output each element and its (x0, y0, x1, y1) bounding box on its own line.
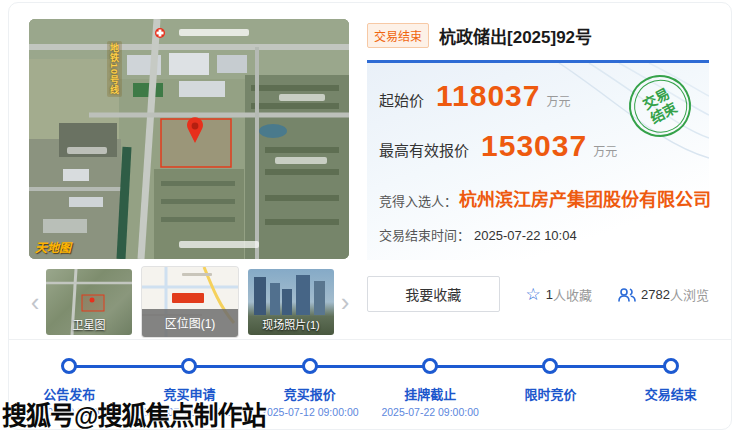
deal-closed-stamp-text: 交易 结束 (640, 85, 680, 127)
page-title: 杭政储出[2025]92号 (439, 23, 592, 48)
prev-arrow-icon[interactable]: ‹ (29, 289, 41, 315)
timeline-step-bidding: 竞买报价 2025-07-12 09:00:00 (250, 358, 370, 429)
price-info-card: 起始价 118037 万元 最高有效报价 153037 万元 交易 结束 (367, 60, 709, 260)
timeline-node-icon (542, 358, 558, 374)
metro-line-label: 地铁10号线 (107, 41, 122, 97)
start-price-label: 起始价 (379, 89, 424, 110)
favorite-button[interactable]: 我要收藏 (367, 276, 500, 312)
highest-bid-label: 最高有效报价 (379, 139, 469, 160)
map-column: 地铁10号线 天地图 ‹ 卫星图 (29, 19, 351, 341)
watermark: 搜狐号@搜狐焦点制作站 (2, 394, 265, 432)
favorites-count: 1 (546, 287, 553, 302)
top-section: 地铁10号线 天地图 ‹ 卫星图 (9, 3, 731, 341)
winner-label: 竞得入选人： (379, 191, 457, 210)
highest-bid-unit: 万元 (593, 142, 617, 159)
views-stat: 2782 人浏览 (618, 285, 709, 304)
favorites-stat[interactable]: ☆ 1 人收藏 (526, 285, 593, 304)
timeline-step-timed-auction: 限时竞价 (490, 358, 610, 429)
timeline-step-listing-deadline: 挂牌截止 2025-07-22 09:00:00 (370, 358, 490, 429)
start-price-value: 118037 (436, 81, 540, 111)
satellite-map-image (29, 19, 349, 259)
timeline-node-icon (181, 358, 197, 374)
next-arrow-icon[interactable]: › (339, 289, 351, 315)
highest-bid-row: 最高有效报价 153037 万元 (379, 131, 695, 161)
detail-column: 交易结束 杭政储出[2025]92号 起始价 118037 万元 (351, 19, 731, 341)
timeline-node-icon (61, 358, 77, 374)
thumbnail-site-photo[interactable]: 现场照片(1) (248, 269, 334, 335)
end-time-row: 交易结束时间：2025-07-22 10:04 (379, 225, 695, 244)
timeline-node-icon (302, 358, 318, 374)
viewers-icon (618, 287, 636, 302)
timeline-step-deal-closed: 交易结束 (611, 358, 731, 429)
status-badge: 交易结束 (367, 23, 429, 48)
title-row: 交易结束 杭政储出[2025]92号 (367, 23, 709, 48)
winner-row: 竞得入选人： 杭州滨江房产集团股份有限公司 (379, 185, 695, 211)
actions-row: 我要收藏 ☆ 1 人收藏 (367, 276, 709, 312)
map-provider-logo: 天地图 (35, 238, 71, 255)
favorites-suffix: 人收藏 (553, 285, 592, 304)
timeline-node-icon (422, 358, 438, 374)
start-price-unit: 万元 (546, 92, 570, 109)
end-time-label: 交易结束时间： (379, 228, 470, 243)
views-suffix: 人浏览 (670, 285, 709, 304)
thumbnail-strip: ‹ 卫星图 (29, 267, 351, 337)
winner-value: 杭州滨江房产集团股份有限公司 (459, 185, 711, 211)
views-count: 2782 (641, 287, 670, 302)
thumbnail-location-map-label: 区位图(1) (142, 309, 238, 337)
highest-bid-value: 153037 (481, 131, 587, 161)
thumbnail-site-photo-label: 现场照片(1) (248, 314, 334, 335)
thumbnail-satellite[interactable]: 卫星图 (46, 269, 132, 335)
content-card: 地铁10号线 天地图 ‹ 卫星图 (8, 2, 732, 430)
land-auction-page: 地铁10号线 天地图 ‹ 卫星图 (0, 0, 740, 434)
star-icon: ☆ (526, 286, 541, 303)
thumbnail-location-map[interactable]: 区位图(1) (142, 267, 238, 337)
timeline-node-icon (663, 358, 679, 374)
thumbnail-satellite-label: 卫星图 (46, 314, 132, 335)
end-time-value: 2025-07-22 10:04 (474, 228, 577, 243)
satellite-map[interactable]: 地铁10号线 天地图 (29, 19, 349, 259)
